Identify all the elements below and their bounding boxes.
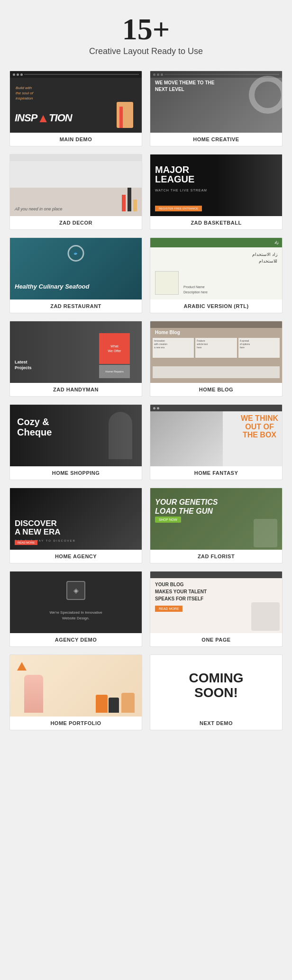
flower-pot: [254, 519, 277, 547]
page-wrapper: 15+ Creative Layout Ready to Use Build w…: [0, 0, 292, 744]
demo-label-zad-basketball: ZAD BASKETBALL: [150, 216, 282, 229]
wheel-shape: [249, 76, 282, 114]
main-demo-bigtext: INSP▲TION: [15, 112, 72, 124]
league-text: MAJORLEAGUE: [155, 165, 194, 184]
latest-projects: LatestProjects: [15, 359, 32, 371]
onepage-topbar: [150, 572, 282, 578]
demo-item-zad-florist[interactable]: YOUR GENETICSLOAD THE GUN SHOP NOW ZAD F…: [150, 488, 283, 563]
header: 15+ Creative Layout Ready to Use: [9, 14, 283, 56]
demo-item-arabic-rtl[interactable]: زاد زاد الاستخدامللاستخدام Product NameD…: [150, 237, 283, 313]
arabic-topbar: زاد: [150, 238, 282, 247]
florist-text: YOUR GENETICSLOAD THE GUN: [155, 498, 218, 516]
person-gradient: [150, 411, 223, 466]
fantasy-orange-text: WE THINKOUT OFTHE BOX: [241, 414, 278, 439]
league-cta: REGISTER FREE ENTRANCE: [155, 206, 202, 211]
shopping-text: Cozy &Cheque: [17, 417, 52, 437]
onepage-text: YOUR BLOGMAKES YOUR TALENTSPEAKS FOR ITS…: [155, 581, 207, 602]
bar3: [133, 200, 137, 211]
demo-label-zad-restaurant: ZAD RESTAURANT: [10, 299, 142, 313]
header-subtitle: Creative Layout Ready to Use: [9, 46, 283, 56]
demo-label-main-demo: MAIN DEMO: [10, 133, 142, 146]
demo-item-zad-decor[interactable]: All you need in one place ZAD DECOR: [9, 154, 142, 230]
creative-text: WE MOVE THEME TO THENEXT LEVEL: [155, 80, 214, 93]
fantasy-topbar: [150, 405, 282, 411]
bag-1: [121, 693, 135, 713]
restaurant-logo: 🐟: [68, 245, 84, 262]
bag-3: [96, 695, 108, 713]
onepage-cta: READ MORE: [155, 606, 182, 612]
demo-item-agency-demo[interactable]: ◈ We're Specialized In InnovativeWebsite…: [9, 571, 142, 647]
arabic-content: Product NameDescription here: [183, 285, 208, 295]
bag-2: [109, 698, 119, 713]
demo-label-agency-demo: AGENCY DEMO: [10, 633, 142, 646]
agency-demo-text: We're Specialized In InnovativeWebsite D…: [15, 610, 137, 621]
demo-item-home-creative[interactable]: WE MOVE THEME TO THENEXT LEVEL HOME CREA…: [150, 71, 283, 146]
demo-label-zad-florist: ZAD FLORIST: [150, 550, 282, 563]
demo-item-next-demo[interactable]: COMINGSOON! NEXT DEMO: [150, 654, 283, 730]
demo-item-one-page[interactable]: YOUR BLOGMAKES YOUR TALENTSPEAKS FOR ITS…: [150, 571, 283, 647]
demo-item-home-fantasy[interactable]: WE THINKOUT OFTHE BOX HOME FANTASY: [150, 404, 283, 480]
demo-thumb-one-page: YOUR BLOGMAKES YOUR TALENTSPEAKS FOR ITS…: [150, 572, 282, 633]
demo-item-home-shopping[interactable]: Cozy &Cheque HOME SHOPPING: [9, 404, 142, 480]
blog-col-1: Innovationwith creationa new era: [153, 338, 194, 358]
person-figure: [24, 675, 43, 713]
demo-thumb-zad-basketball: MAJORLEAGUE WATCH THE LIVE STREAM REGIST…: [150, 154, 282, 216]
arabic-image-placeholder: [155, 271, 179, 295]
demo-label-arabic-rtl: ARABIC VERSION (RTL): [150, 299, 282, 313]
demo-label-one-page: ONE PAGE: [150, 633, 282, 646]
blog-columns: Innovationwith creationa new era Feature…: [153, 338, 280, 358]
demo-thumb-home-agency: DISCOVERA NEW ERA ZAD THE WAY TO DISCOVE…: [10, 488, 142, 550]
demo-thumb-zad-florist: YOUR GENETICSLOAD THE GUN SHOP NOW: [150, 488, 282, 550]
bar-chart: [122, 188, 137, 211]
league-sub: WATCH THE LIVE STREAM: [155, 189, 207, 192]
person-silhouette: [109, 412, 132, 459]
coming-soon-text: COMINGSOON!: [189, 671, 243, 700]
blog-col-2: Featurearticle texthere: [195, 338, 237, 358]
dot2: [157, 407, 159, 409]
demo-thumb-zad-handyman: WhatWe Offer LatestProjects Home Repairs: [10, 321, 142, 383]
agency-big-text: DISCOVERA NEW ERA: [15, 519, 61, 536]
demo-thumb-home-fantasy: WE THINKOUT OFTHE BOX: [150, 405, 282, 466]
demo-label-zad-handyman: ZAD HANDYMAN: [10, 383, 142, 396]
demo-thumb-home-creative: WE MOVE THEME TO THENEXT LEVEL: [150, 71, 282, 133]
decor-topbar: [10, 154, 142, 161]
demo-item-home-agency[interactable]: DISCOVERA NEW ERA ZAD THE WAY TO DISCOVE…: [9, 488, 142, 563]
demo-label-home-fantasy: HOME FANTASY: [150, 466, 282, 480]
agency-cta-btn: READ MORE: [15, 540, 37, 545]
brand-label: زاد: [274, 241, 278, 245]
demo-thumb-next-demo: COMINGSOON!: [150, 655, 282, 717]
what-we-offer-panel: WhatWe Offer: [99, 333, 130, 364]
demo-thumb-agency-demo: ◈ We're Specialized In InnovativeWebsite…: [10, 572, 142, 633]
header-number: 15+: [9, 14, 283, 45]
fantasy-person: [150, 411, 223, 466]
demo-label-home-portfolio: HOME PORTFOLIO: [10, 717, 142, 730]
demo-label-home-shopping: HOME SHOPPING: [10, 466, 142, 480]
demo-thumb-zad-restaurant: 🐟 Healthy Culinary Seafood: [10, 238, 142, 299]
demo-grid: Build withthe soul ofinspiration INSP▲TI…: [9, 71, 283, 730]
blog-footer-section: [153, 366, 280, 378]
coming-soon-content: COMINGSOON!: [189, 671, 243, 700]
demo-label-home-creative: HOME CREATIVE: [150, 133, 282, 146]
demo-thumb-home-blog: Home Blog Innovationwith creationa new e…: [150, 321, 282, 383]
demo-item-zad-handyman[interactable]: WhatWe Offer LatestProjects Home Repairs…: [9, 321, 142, 397]
demo-item-main-demo[interactable]: Build withthe soul ofinspiration INSP▲TI…: [9, 71, 142, 146]
demo-item-home-portfolio[interactable]: HOME PORTFOLIO: [9, 654, 142, 730]
demo-item-zad-restaurant[interactable]: 🐟 Healthy Culinary Seafood ZAD RESTAURAN…: [9, 237, 142, 313]
demo-item-zad-basketball[interactable]: MAJORLEAGUE WATCH THE LIVE STREAM REGIST…: [150, 154, 283, 230]
dot1: [153, 407, 155, 409]
arabic-text: زاد الاستخدامللاستخدام: [252, 251, 277, 265]
bar1: [122, 195, 126, 211]
agency-demo-logo: ◈: [66, 581, 85, 600]
demo-label-next-demo: NEXT DEMO: [150, 717, 282, 730]
logo-symbol: ◈: [73, 587, 79, 594]
demo-thumb-main-demo: Build withthe soul ofinspiration INSP▲TI…: [10, 71, 142, 133]
demo-item-home-blog[interactable]: Home Blog Innovationwith creationa new e…: [150, 321, 283, 397]
demo-label-home-blog: HOME BLOG: [150, 383, 282, 396]
demo-label-home-agency: HOME AGENCY: [10, 550, 142, 563]
blog-col-3: A spreadof optionshere: [238, 338, 280, 358]
blog-title-text: Home Blog: [155, 330, 180, 335]
demo-thumb-zad-decor: All you need in one place: [10, 154, 142, 216]
blog-topbar: [150, 321, 282, 328]
decor-tagline: All you need in one place: [15, 207, 63, 211]
portfolio-triangle-icon: [17, 662, 27, 671]
